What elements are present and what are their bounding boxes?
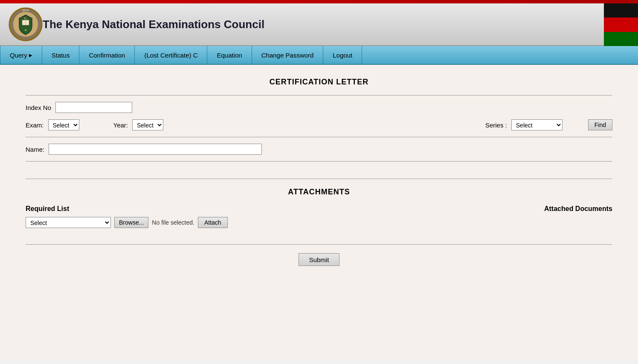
exam-year-series-row: Exam: Select Year: Select Series : Selec…: [26, 119, 612, 130]
series-select[interactable]: Select: [511, 119, 563, 130]
nav-label-lost-cert: (Lost Certificate) C: [144, 52, 197, 59]
name-row: Name:: [26, 144, 612, 155]
nav-item-query[interactable]: Query ▶: [0, 46, 42, 64]
divider-1: [26, 95, 612, 95]
flag-green: [604, 32, 638, 46]
nav-item-change-password[interactable]: Change Password: [252, 46, 324, 64]
attachments-header: Required List Attached Documents: [26, 205, 612, 213]
nav-label-query: Query: [10, 52, 27, 59]
svg-text:🦅: 🦅: [23, 16, 28, 20]
nav-item-lost-cert[interactable]: (Lost Certificate) C: [135, 46, 207, 64]
main-content: CERTIFICATION LETTER Index No Exam: Sele…: [0, 65, 638, 361]
nav-label-confirmation: Confirmation: [89, 52, 125, 59]
series-label: Series :: [485, 121, 507, 129]
name-label: Name:: [26, 146, 44, 153]
header: ★ KENYA 🦅 The Kenya National Examination…: [0, 3, 638, 46]
index-no-input[interactable]: [55, 102, 132, 113]
nav-label-logout: Logout: [333, 52, 352, 59]
nav-label-change-password: Change Password: [261, 52, 314, 59]
exam-select[interactable]: Select: [48, 119, 79, 130]
attachment-select[interactable]: Select: [26, 217, 111, 228]
nav-label-equation: Equation: [217, 52, 242, 59]
nav-item-logout[interactable]: Logout: [323, 46, 362, 64]
knec-logo: ★ KENYA 🦅: [9, 7, 43, 41]
nav-item-status[interactable]: Status: [42, 46, 80, 64]
submit-section: Submit: [26, 253, 612, 266]
divider-5: [26, 244, 612, 245]
no-file-text: No file selected.: [152, 219, 194, 226]
find-button[interactable]: Find: [588, 119, 612, 130]
nav-item-equation[interactable]: Equation: [207, 46, 252, 64]
nav-item-confirmation[interactable]: Confirmation: [79, 46, 135, 64]
index-no-row: Index No: [26, 102, 612, 113]
attached-documents-label: Attached Documents: [544, 205, 612, 213]
nav-arrow-query: ▶: [29, 53, 32, 58]
submit-button[interactable]: Submit: [299, 253, 340, 266]
year-label: Year:: [113, 121, 128, 129]
index-no-label: Index No: [26, 104, 51, 111]
divider-2: [26, 137, 612, 137]
name-input[interactable]: [49, 144, 262, 155]
svg-text:KENYA: KENYA: [22, 9, 29, 12]
nav-label-status: Status: [52, 52, 70, 59]
svg-text:★: ★: [24, 29, 27, 32]
attach-row: Select Browse... No file selected. Attac…: [26, 217, 612, 228]
divider-3: [26, 161, 612, 162]
spacer-2: [26, 231, 612, 240]
flag-black: [604, 3, 638, 17]
required-list-label: Required List: [26, 205, 69, 213]
browse-button[interactable]: Browse...: [114, 217, 148, 228]
year-select[interactable]: Select: [132, 119, 163, 130]
top-red-bar: [0, 0, 638, 3]
spacer-1: [26, 166, 612, 174]
kenya-flag: [604, 3, 638, 46]
header-title: The Kenya National Examinations Council: [43, 18, 264, 31]
exam-label: Exam:: [26, 121, 44, 129]
navbar: Query ▶ Status Confirmation (Lost Certif…: [0, 46, 638, 65]
divider-4: [26, 179, 612, 179]
flag-red: [604, 17, 638, 32]
page-title: CERTIFICATION LETTER: [26, 78, 612, 87]
attach-button[interactable]: Attach: [198, 217, 228, 228]
attachments-section: ATTACHMENTS Required List Attached Docum…: [26, 188, 612, 228]
attachments-title: ATTACHMENTS: [26, 188, 612, 196]
